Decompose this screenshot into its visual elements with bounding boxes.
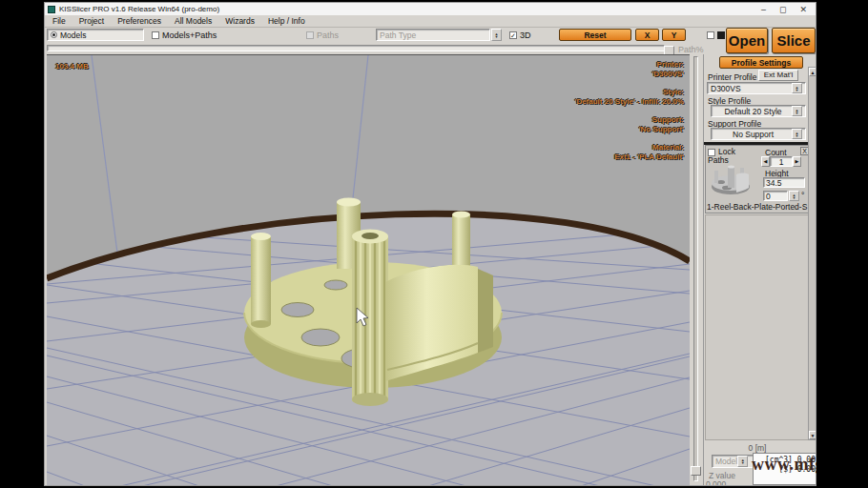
style-profile-spinner[interactable]: ▲▼ [792,106,802,116]
count-increment-button[interactable]: ▶ [793,156,801,167]
count-decrement-button[interactable]: ◀ [761,156,770,167]
ext-matl-button[interactable]: Ext Mat'l [758,70,798,81]
support-annotation-value: 'No Support' [574,125,684,134]
view-3d-checkbox-box[interactable]: ✓ [509,31,517,39]
stats-model-dropdown: Model ▲▼ [712,455,757,468]
model-list-item[interactable]: X Lock Paths Count ◀ 1 ▶ Height 34.5 0 ▲… [705,145,811,214]
view-3d-checkbox[interactable]: ✓3D [509,30,531,40]
printer-profile-spinner[interactable]: ▲▼ [792,83,802,93]
viewport-3d[interactable]: 103.4 MB Printer: 'D300VS' Style: 'Defau… [47,54,690,485]
rotation-unit-label: ° [801,191,804,200]
menu-wizards[interactable]: Wizards [225,16,255,26]
z-value: 0.000 [706,479,726,486]
menu-help-info[interactable]: Help / Info [268,16,305,26]
material-annotation-label: Material: [574,143,684,152]
printer-annotation-label: Printer: [574,60,684,70]
x-axis-button[interactable]: X [635,29,659,41]
material-annotation-value: Ext1 - 'PLA Default' [574,152,684,162]
minimize-button[interactable]: – [761,5,766,14]
path-type-spinner: ▲▼ [491,29,502,41]
models-radio[interactable] [51,31,57,38]
model-thumbnail [708,159,754,201]
app-window: KISSlicer PRO v1.6 Release Win64 (pro-de… [44,2,816,486]
toolbar: Models Models+Paths Paths Path Type ▲▼ ✓… [45,28,816,43]
paths-checkbox-box [306,31,314,39]
stats-model-spinner: ▲▼ [737,456,748,467]
path-percent-slider[interactable] [47,45,665,51]
z-slider-track[interactable] [693,56,698,481]
title-bar: KISSlicer PRO v1.6 Release Win64 (pro-de… [45,3,816,15]
filament-meters-label: 0 [m] [704,443,811,453]
profile-settings-button[interactable]: Profile Settings [719,56,803,69]
path-type-dropdown: Path Type [376,29,490,41]
slice-button[interactable]: Slice [772,28,816,53]
menu-preferences[interactable]: Preferences [117,16,161,26]
panel-scrollbar[interactable]: ▲ ▼ [808,67,816,440]
menu-bar: File Project Preferences All Models Wiza… [45,15,816,28]
printer-profile-label: Printer Profile [708,72,757,82]
support-profile-dropdown[interactable]: No Support ▲▼ [711,128,806,140]
viewport-annotations: Printer: 'D300VS' Style: 'Default 20 Sty… [574,60,684,171]
style-annotation-value: 'Default 20 Style' - Infill: 20.0% [574,97,684,107]
height-field[interactable]: 34.5 [763,177,805,188]
scroll-up-icon[interactable]: ▲ [809,68,816,76]
render-style-toggle[interactable] [707,30,725,39]
letterbox-right [816,0,868,488]
z-slider-strip [690,54,703,485]
window-title: KISSlicer PRO v1.6 Release Win64 (pro-de… [59,5,219,13]
maximize-button[interactable]: ◻ [779,5,786,14]
menu-all-models[interactable]: All Models [175,16,212,26]
close-button[interactable]: ✕ [799,5,807,14]
rotation-field[interactable]: 0 [763,191,788,201]
menu-file[interactable]: File [52,16,66,26]
printer-profile-dropdown[interactable]: D300VS ▲▼ [707,82,806,94]
y-axis-button[interactable]: Y [662,29,686,41]
menu-project[interactable]: Project [79,16,104,26]
models-view-label: Models [60,30,86,40]
reset-button[interactable]: Reset [559,29,631,41]
style-profile-dropdown[interactable]: Default 20 Style ▲▼ [711,105,806,117]
models-paths-checkbox-box[interactable] [152,31,159,39]
printer-annotation-value: 'D300VS' [574,70,684,79]
support-profile-spinner[interactable]: ▲▼ [792,129,802,139]
open-button[interactable]: Open [726,28,768,53]
models-paths-checkbox[interactable]: Models+Paths [152,30,217,40]
letterbox-left [0,0,44,488]
style-annotation-label: Style: [574,88,684,97]
z-slider-handle[interactable] [691,466,701,476]
render-style-checkbox-box[interactable] [707,31,714,39]
support-annotation-label: Support: [574,115,684,125]
scroll-down-icon[interactable]: ▼ [809,431,816,439]
settings-panel: Profile Settings Ext Mat'l Printer Profi… [703,54,816,485]
app-icon [48,6,55,13]
solid-swatch-icon [717,31,725,39]
count-field[interactable]: 1 [770,156,793,167]
path-percent-label: Path% [678,45,704,54]
models-view-selector[interactable]: Models [47,29,144,41]
model-name: 1-Reel-Back-Plate-Ported-S [707,202,810,212]
paths-checkbox: Paths [306,30,339,40]
memory-usage-label: 103.4 MB [55,62,89,71]
spinner-down-icon: ▼ [495,35,499,38]
rotation-spinner[interactable]: ▲▼ [789,191,799,201]
path-percent-row: Path% [45,43,705,54]
model-list-empty-area [705,214,811,440]
